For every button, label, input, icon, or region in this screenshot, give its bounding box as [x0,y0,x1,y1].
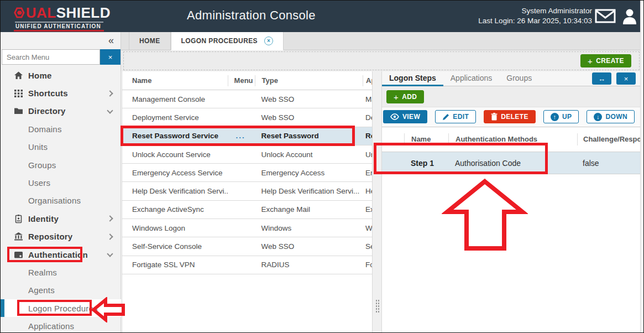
sidebar-item-domains[interactable]: Domains [1,120,121,138]
logo-underline [14,30,104,32]
chevron-right-icon [107,90,113,96]
panel-tab-groups[interactable]: Groups [499,71,539,86]
sidebar-item-label: Authentication [28,250,88,259]
column-header-type[interactable]: Type [255,75,363,86]
expand-panel-button[interactable]: ↔ [592,72,611,85]
table-row[interactable]: Help Desk Verification Servi...Help Desk… [122,182,372,200]
logon-procedures-table: Name Menu Type App Management ConsoleWeb… [122,71,372,333]
table-header: Name Menu Type App [122,71,372,90]
clear-x-icon: × [108,53,113,61]
sidebar-item-agents[interactable]: Agents [1,282,121,299]
app-header: UALSHIELD UNIFIED AUTHENTICATION Adminis… [1,1,644,32]
row-menu-dots-icon[interactable]: ... [228,132,255,140]
panel-table-header: Name Authentication Methods Challenge/Re… [382,127,641,152]
sidebar: « × Home [1,32,121,333]
down-button[interactable]: ↓ DOWN [587,110,635,123]
tab-logon-procedures[interactable]: LOGON PROCEDURES × [171,32,284,50]
panel-tab-logon-steps[interactable]: Logon Steps [382,71,443,86]
folder-icon [14,106,23,116]
close-tab-icon[interactable]: × [264,37,273,45]
sidebar-item-label: Identity [28,214,59,223]
sidebar-item-realms[interactable]: Realms [1,263,121,281]
resize-horizontal-icon: ↔ [598,75,605,83]
search-input[interactable] [2,49,100,65]
id-badge-icon [14,214,23,223]
eye-icon [390,113,399,120]
user-info: System Administrator Last Login: 26 Mar … [478,6,592,26]
chevron-down-icon [107,107,113,113]
column-header-step-name[interactable]: Name [404,133,448,145]
logo-tagline: UNIFIED AUTHENTICATION [14,23,111,29]
panel-toolbar: + ADD VIEW EDIT DELETE ↑ [382,86,641,127]
logo-text-white: SHIELD [56,4,111,21]
sidebar-collapse-icon[interactable]: « [108,35,114,46]
sidebar-item-directory[interactable]: Directory [1,102,121,120]
up-button[interactable]: ↑ UP [543,110,579,123]
sidebar-item-units[interactable]: Units [1,138,121,156]
logon-step-row[interactable]: Step 1 Authorisation Code false [382,152,641,174]
close-icon: × [624,75,629,83]
tab-home[interactable]: HOME [129,32,171,50]
user-profile-icon[interactable] [621,8,638,24]
sidebar-item-home[interactable]: Home [1,66,121,84]
sidebar-menu: Home Shortcuts [1,66,121,333]
sidebar-item-applications[interactable]: Applications [1,317,121,333]
table-row[interactable]: Emergency Access ServiceEmergency Access… [122,164,372,182]
sidebar-item-repository[interactable]: Repository [1,228,121,246]
home-icon [14,71,23,80]
table-row[interactable]: Management ConsoleWeb SSOMan [122,90,372,108]
content-tab-bar: HOME LOGON PROCEDURES × [121,32,641,50]
pencil-icon [442,113,449,121]
sidebar-item-groups[interactable]: Groups [1,156,121,174]
table-row[interactable]: Self-Service ConsoleWeb SSOSelf [122,237,372,256]
chevron-down-icon [107,251,113,257]
view-button[interactable]: VIEW [383,110,427,123]
detail-panel: Logon Steps Applications Groups ↔ × + AD… [382,71,641,333]
column-header-auth-methods[interactable]: Authentication Methods [448,133,577,145]
sidebar-item-label: Shortcuts [28,89,68,98]
arrow-down-circle-icon: ↓ [594,113,602,121]
hexagon-logo-icon [14,4,25,22]
panel-splitter[interactable] [372,71,382,333]
dualshield-logo: UALSHIELD UNIFIED AUTHENTICATION [14,4,111,29]
sidebar-item-shortcuts[interactable]: Shortcuts [1,84,121,102]
sidebar-item-logon-procedures[interactable]: Logon Procedures [1,299,121,317]
column-header-name[interactable]: Name [122,75,228,86]
column-header-menu[interactable]: Menu [228,75,255,86]
column-header-app[interactable]: App [363,75,372,86]
table-row[interactable]: Fortigate SSL VPNRADIUSFort [122,256,372,274]
chevron-right-icon [107,233,113,240]
sidebar-item-label: Repository [28,232,72,241]
logo-divider [15,22,103,23]
table-row[interactable]: Deployment ServiceWeb SSODep [122,108,372,127]
sidebar-item-identity[interactable]: Identity [1,210,121,227]
sidebar-item-label: Home [28,71,51,80]
table-row[interactable]: Exchange ActiveSyncExchange MailExcl [122,201,372,219]
delete-button[interactable]: DELETE [484,110,536,123]
bank-icon [14,232,23,241]
add-button[interactable]: + ADD [386,90,424,103]
mail-icon[interactable] [595,8,616,24]
chevron-right-icon [107,216,113,222]
create-button[interactable]: + CREATE [580,54,631,67]
search-clear-button[interactable]: × [100,49,121,65]
table-row[interactable]: Windows LogonWindowsWin [122,219,372,237]
close-panel-button[interactable]: × [616,72,636,85]
user-name: System Administrator [478,6,592,16]
logo-text-red: UAL [26,4,56,21]
panel-tab-applications[interactable]: Applications [443,71,500,86]
page-title: Administration Console [187,8,316,23]
sidebar-item-authentication[interactable]: Authentication [1,246,121,263]
wallet-icon [14,250,23,259]
edit-button[interactable]: EDIT [435,110,476,123]
table-row-selected-reset-password[interactable]: Reset Password Service...Reset PasswordR… [122,127,372,145]
sidebar-item-users[interactable]: Users [1,174,121,191]
window-scrollbar-track[interactable] [640,1,643,333]
administration-console-window: UALSHIELD UNIFIED AUTHENTICATION Adminis… [0,0,644,333]
radio-column-header [382,133,404,145]
table-row[interactable]: Unlock Account ServiceUnlock AccountUnl [122,145,372,164]
sidebar-item-organisations[interactable]: Organisations [1,192,121,210]
arrow-up-circle-icon: ↑ [551,113,559,121]
column-header-challenge-response[interactable]: Challenge/Response [577,133,638,145]
grid-icon [14,89,23,98]
